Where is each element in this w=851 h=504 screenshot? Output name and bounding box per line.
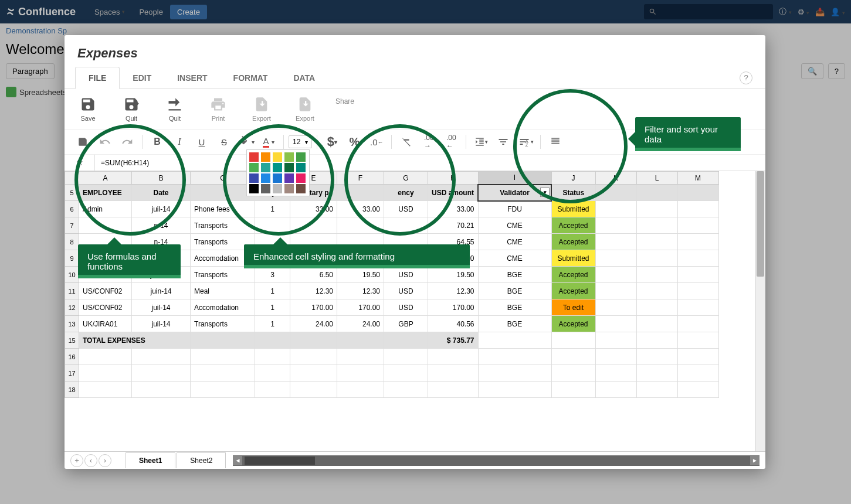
increase-decimal-button[interactable]: .00→ xyxy=(419,133,439,151)
table-row[interactable]: 12 US/CONF02juil-14Accomodation 1170.001… xyxy=(65,299,719,316)
color-swatch[interactable] xyxy=(296,184,306,193)
quit-button[interactable]: Quit xyxy=(162,96,188,122)
sheet-tab-2[interactable]: Sheet2 xyxy=(177,452,226,468)
color-swatch[interactable] xyxy=(296,152,306,162)
color-palette-popup[interactable] xyxy=(246,149,310,196)
next-sheet-button[interactable]: › xyxy=(99,454,111,467)
spreadsheet-grid-area: ABCDEFGHIJKLM 5 EMPLOYEE Date ty Unitary… xyxy=(65,171,765,451)
sheet-tabs-bar: + ‹ › Sheet1 Sheet2 ◄ ► xyxy=(65,451,765,469)
tab-format[interactable]: FORMAT xyxy=(221,67,281,88)
add-sheet-button[interactable]: + xyxy=(70,454,83,467)
clear-format-button[interactable] xyxy=(396,133,416,151)
strike-button[interactable]: S xyxy=(214,133,234,151)
tab-file[interactable]: FILE xyxy=(75,67,120,89)
color-swatch[interactable] xyxy=(261,152,270,162)
align-button[interactable] xyxy=(545,133,565,151)
vertical-scrollbar[interactable] xyxy=(755,171,765,451)
outdent-button[interactable]: ▾ xyxy=(471,133,491,151)
underline-button[interactable]: U xyxy=(192,133,212,151)
color-swatch[interactable] xyxy=(249,163,259,172)
tab-edit[interactable]: EDIT xyxy=(120,67,164,88)
save-button[interactable]: Save xyxy=(75,96,101,122)
horizontal-scrollbar[interactable]: ◄ ► xyxy=(233,455,760,466)
decrease-decimal-button[interactable]: .00← xyxy=(441,133,461,151)
table-header-row: 5 EMPLOYEE Date ty Unitary p ency USD am… xyxy=(65,185,719,201)
total-row: 15 TOTAL EXPENSES $ 735.77 xyxy=(65,332,719,349)
text-color-button[interactable]: A▾ xyxy=(259,133,279,151)
sheet-tab-1[interactable]: Sheet1 xyxy=(126,452,175,468)
callout-filter: Filter and sort your data xyxy=(635,117,741,151)
table-row: 16 xyxy=(65,349,719,365)
column-header-row: ABCDEFGHIJKLM xyxy=(65,172,719,185)
callout-formulas: Use formulas and functions xyxy=(78,244,181,278)
color-swatch[interactable] xyxy=(273,152,282,162)
table-row[interactable]: 6 Adminjuil-14Phone fees 133.0033.00 USD… xyxy=(65,201,719,217)
save-icon[interactable] xyxy=(73,133,93,151)
svg-text:Z: Z xyxy=(525,142,528,148)
table-row: 17 xyxy=(65,365,719,382)
currency-format-button[interactable]: $▾ xyxy=(322,133,342,151)
filter-button[interactable] xyxy=(493,133,513,151)
formula-bar: fx =SUM(H6:H14) xyxy=(65,155,765,171)
font-size-input[interactable]: 12▾ xyxy=(289,135,312,148)
menu-tabs: FILE EDIT INSERT FORMAT DATA ? xyxy=(65,67,765,89)
sort-button[interactable]: AZ▾ xyxy=(516,133,535,151)
redo-button[interactable] xyxy=(117,133,137,151)
export-button-2[interactable]: Export xyxy=(292,96,318,122)
undo-button[interactable] xyxy=(95,133,115,151)
color-swatch[interactable] xyxy=(273,163,282,172)
color-swatch[interactable] xyxy=(261,184,270,193)
color-swatch[interactable] xyxy=(249,152,259,162)
color-swatch[interactable] xyxy=(261,163,270,172)
share-link[interactable]: Share xyxy=(335,97,354,105)
table-row[interactable]: 7 n-14Transports 70.21CME Accepted xyxy=(65,217,719,234)
decimal-format-button[interactable]: .0← xyxy=(367,133,386,151)
color-swatch[interactable] xyxy=(284,163,294,172)
color-swatch[interactable] xyxy=(284,152,294,162)
table-row[interactable]: 13 UK/JIRA01juil-14Transports 124.0024.0… xyxy=(65,316,719,332)
percent-format-button[interactable]: % xyxy=(344,133,364,151)
filter-dropdown-icon[interactable]: ▾ xyxy=(540,188,550,197)
italic-button[interactable]: I xyxy=(169,133,189,151)
export-button-1[interactable]: Export xyxy=(249,96,274,122)
color-swatch[interactable] xyxy=(273,173,282,183)
color-swatch[interactable] xyxy=(284,184,294,193)
table-row[interactable]: 11 US/CONF02juin-14Meal 112.3012.30 USD1… xyxy=(65,283,719,299)
color-swatch[interactable] xyxy=(261,173,270,183)
modal-help-icon[interactable]: ? xyxy=(740,71,752,84)
callout-styling: Enhanced cell styling and formatting xyxy=(244,244,470,268)
formula-input[interactable]: =SUM(H6:H14) xyxy=(95,155,765,171)
spreadsheet-title: Expenses xyxy=(65,35,765,67)
color-swatch[interactable] xyxy=(273,184,282,193)
color-swatch[interactable] xyxy=(249,184,259,193)
print-button[interactable]: Print xyxy=(205,96,231,122)
table-row: 18 xyxy=(65,382,719,398)
tab-data[interactable]: DATA xyxy=(280,67,328,88)
prev-sheet-button[interactable]: ‹ xyxy=(84,454,97,467)
tab-insert[interactable]: INSERT xyxy=(164,67,220,88)
color-swatch[interactable] xyxy=(296,173,306,183)
data-grid[interactable]: ABCDEFGHIJKLM 5 EMPLOYEE Date ty Unitary… xyxy=(65,171,719,398)
fx-label: fx xyxy=(65,155,95,171)
color-swatch[interactable] xyxy=(296,163,306,172)
color-swatch[interactable] xyxy=(284,173,294,183)
fill-color-button[interactable]: ▾ xyxy=(236,133,256,151)
save-quit-button[interactable]: Quit xyxy=(118,96,144,122)
color-swatch[interactable] xyxy=(249,173,259,183)
bold-button[interactable]: B xyxy=(147,133,167,151)
